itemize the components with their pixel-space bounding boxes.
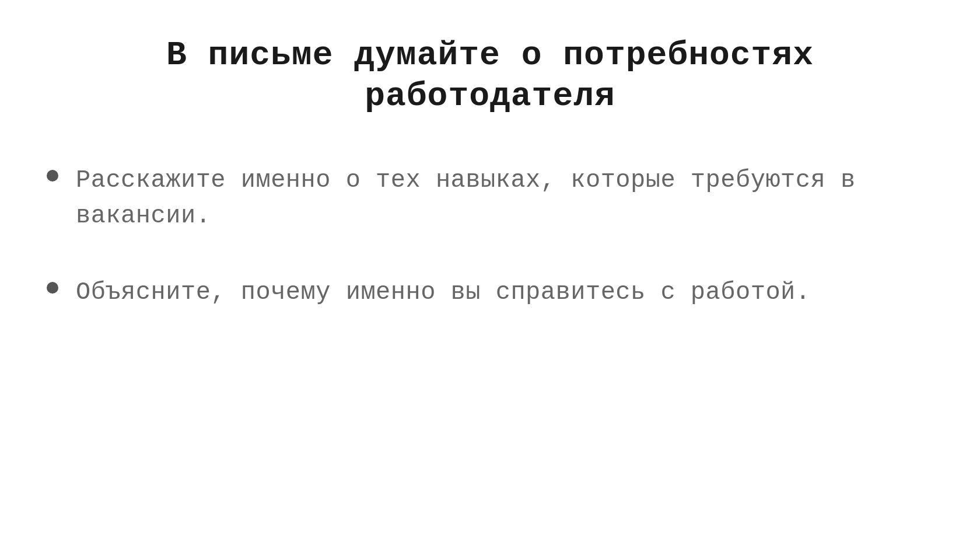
slide: В письме думайте о потребностях работода… [0, 0, 980, 551]
list-item: Расскажите именно о тех навыках, которые… [47, 163, 933, 234]
bullet-text-1: Расскажите именно о тех навыках, которые… [76, 163, 933, 234]
slide-title: В письме думайте о потребностях работода… [47, 35, 933, 116]
bullet-dot [47, 282, 58, 294]
bullet-list: Расскажите именно о тех навыках, которые… [47, 163, 933, 311]
list-item: Объясните, почему именно вы справитесь с… [47, 275, 933, 311]
bullet-dot [47, 170, 58, 182]
bullet-text-2: Объясните, почему именно вы справитесь с… [76, 275, 811, 311]
